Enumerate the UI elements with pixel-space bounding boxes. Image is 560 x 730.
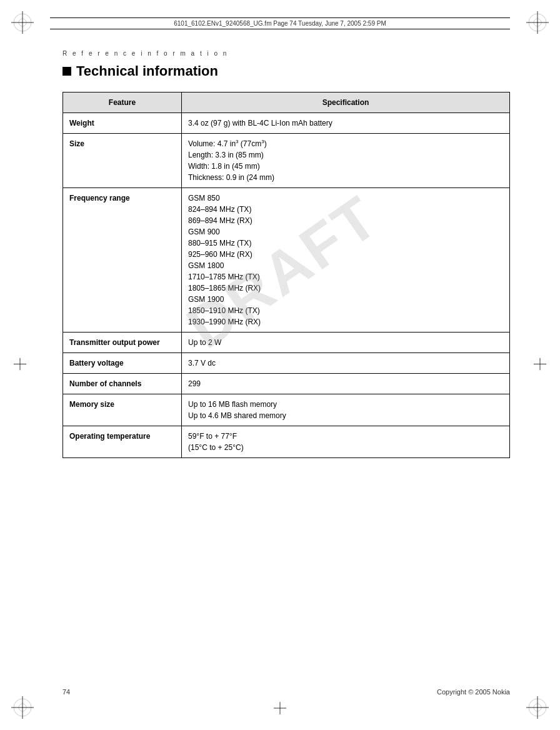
table-row: Battery voltage3.7 V dc xyxy=(63,353,510,374)
corner-mark-tl xyxy=(11,11,34,34)
page-heading: Technical information xyxy=(62,63,510,79)
spec-table: Feature Specification Weight3.4 oz (97 g… xyxy=(62,92,510,458)
table-cell-feature: Transmitter output power xyxy=(63,332,182,353)
table-cell-feature: Operating temperature xyxy=(63,426,182,458)
table-cell-feature: Memory size xyxy=(63,394,182,426)
col-header-specification: Specification xyxy=(182,92,510,113)
table-cell-spec: Up to 2 W xyxy=(182,332,510,353)
table-cell-feature: Frequency range xyxy=(63,188,182,332)
table-row: Operating temperature59°F to + 77°F(15°C… xyxy=(63,426,510,458)
side-mark-left xyxy=(14,358,26,372)
table-cell-feature: Number of channels xyxy=(63,374,182,394)
col-header-feature: Feature xyxy=(63,92,182,113)
page-footer: 74 Copyright © 2005 Nokia xyxy=(62,688,510,696)
table-header-row: Feature Specification xyxy=(63,92,510,113)
table-row: Frequency rangeGSM 850824–894 MHz (TX)86… xyxy=(63,188,510,332)
table-cell-spec: 3.7 V dc xyxy=(182,353,510,374)
main-content: R e f e r e n c e i n f o r m a t i o n … xyxy=(62,50,510,458)
table-cell-feature: Battery voltage xyxy=(63,353,182,374)
corner-mark-bl xyxy=(11,696,34,719)
file-info-text: 6101_6102.ENv1_9240568_UG.fm Page 74 Tue… xyxy=(174,20,386,27)
table-cell-spec: Up to 16 MB flash memoryUp to 4.6 MB sha… xyxy=(182,394,510,426)
footer-page-number: 74 xyxy=(62,688,70,696)
table-row: Transmitter output powerUp to 2 W xyxy=(63,332,510,353)
table-row: Number of channels299 xyxy=(63,374,510,394)
table-cell-spec: GSM 850824–894 MHz (TX)869–894 MHz (RX)G… xyxy=(182,188,510,332)
table-cell-spec: Volume: 4.7 in3 (77cm3)Length: 3.3 in (8… xyxy=(182,134,510,188)
table-cell-spec: 59°F to + 77°F(15°C to + 25°C) xyxy=(182,426,510,458)
table-row: SizeVolume: 4.7 in3 (77cm3)Length: 3.3 i… xyxy=(63,134,510,188)
file-info-bar: 6101_6102.ENv1_9240568_UG.fm Page 74 Tue… xyxy=(50,18,510,29)
table-cell-spec: 299 xyxy=(182,374,510,394)
corner-mark-br xyxy=(526,696,549,719)
side-mark-bottom xyxy=(274,702,286,716)
side-mark-right xyxy=(534,358,546,372)
section-label: R e f e r e n c e i n f o r m a t i o n xyxy=(62,50,510,57)
table-cell-feature: Weight xyxy=(63,113,182,134)
table-cell-spec: 3.4 oz (97 g) with BL-4C Li-Ion mAh batt… xyxy=(182,113,510,134)
corner-mark-tr xyxy=(526,11,549,34)
heading-square-icon xyxy=(62,67,71,76)
table-row: Memory sizeUp to 16 MB flash memoryUp to… xyxy=(63,394,510,426)
footer-copyright: Copyright © 2005 Nokia xyxy=(437,688,510,696)
heading-text: Technical information xyxy=(76,63,218,79)
table-row: Weight3.4 oz (97 g) with BL-4C Li-Ion mA… xyxy=(63,113,510,134)
table-cell-feature: Size xyxy=(63,134,182,188)
